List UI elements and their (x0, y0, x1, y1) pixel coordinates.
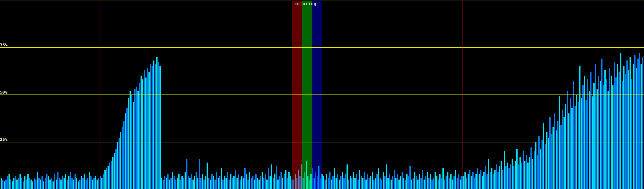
bar (111, 161, 112, 189)
bar (84, 174, 85, 189)
bar (628, 70, 629, 189)
bar (541, 140, 543, 189)
bar (595, 64, 596, 189)
bar (144, 70, 145, 189)
bar (554, 113, 555, 189)
bar (115, 149, 117, 189)
bar (400, 176, 401, 189)
bar (257, 178, 258, 189)
bar (367, 174, 368, 189)
bar (24, 176, 25, 189)
bar (185, 172, 186, 189)
bar (323, 176, 324, 189)
bar (290, 176, 291, 189)
bar (141, 76, 142, 189)
bar (35, 180, 36, 189)
bar (466, 178, 467, 189)
bar (457, 178, 458, 189)
bar (244, 168, 246, 189)
bar (174, 176, 175, 189)
bar (252, 176, 253, 189)
bar (449, 178, 450, 189)
bar (592, 96, 593, 189)
bar (567, 91, 568, 189)
bar (375, 178, 376, 189)
bar (383, 172, 384, 189)
bar (60, 180, 62, 189)
bar (546, 132, 547, 189)
bar (282, 178, 283, 189)
bar (251, 178, 252, 189)
bar (279, 176, 280, 189)
bar (350, 176, 351, 189)
bar (502, 170, 503, 189)
bar (284, 174, 285, 189)
bar (183, 178, 184, 189)
bar (219, 176, 220, 189)
bar (433, 178, 434, 189)
bar (62, 176, 63, 189)
bar (336, 178, 337, 189)
bar (438, 180, 439, 189)
bar (485, 166, 486, 189)
bar (197, 178, 198, 189)
bar (42, 176, 43, 189)
bar (601, 59, 602, 189)
bar (556, 130, 557, 189)
bar (424, 180, 425, 189)
bar (8, 174, 10, 189)
bar (351, 178, 353, 189)
bar (397, 174, 398, 189)
bar (402, 172, 403, 189)
bar (266, 180, 268, 189)
coloring-band-blue (312, 1, 322, 189)
bar (75, 174, 76, 189)
bar (34, 178, 35, 189)
bar (571, 108, 573, 189)
bar (128, 98, 129, 189)
bar (387, 178, 389, 189)
bar (108, 166, 109, 189)
bar (364, 172, 365, 189)
red-marker-line-1 (101, 0, 101, 189)
bar (512, 159, 513, 189)
top-border-line (0, 1, 644, 1)
bar (486, 174, 488, 189)
bar (32, 181, 33, 189)
bar (491, 168, 492, 189)
bar (329, 172, 330, 189)
bar (565, 104, 566, 189)
bar (378, 168, 379, 189)
bar (192, 180, 194, 189)
bar (53, 181, 54, 189)
bar (16, 180, 18, 189)
bar (389, 174, 390, 189)
bar (331, 180, 332, 189)
bar (29, 178, 30, 189)
bar (589, 91, 590, 189)
bar (273, 178, 274, 189)
bar (65, 174, 66, 189)
bar (420, 178, 422, 189)
bar (573, 81, 574, 189)
bar (507, 163, 508, 189)
bar (97, 180, 98, 189)
bar (133, 102, 134, 189)
bar (639, 53, 640, 189)
bar (164, 176, 165, 189)
gridline-50 (0, 94, 644, 95)
bar (175, 180, 176, 189)
bar (76, 178, 77, 189)
bar (499, 166, 500, 189)
bar (518, 164, 519, 189)
coloring-label: coloring (294, 2, 317, 6)
bar (334, 168, 335, 189)
bar (427, 172, 428, 189)
bar (472, 172, 474, 189)
bar (501, 161, 502, 189)
bar (530, 147, 532, 189)
bar (49, 180, 51, 189)
bar (373, 180, 375, 189)
bar (562, 110, 563, 189)
gridline-25 (0, 142, 644, 142)
